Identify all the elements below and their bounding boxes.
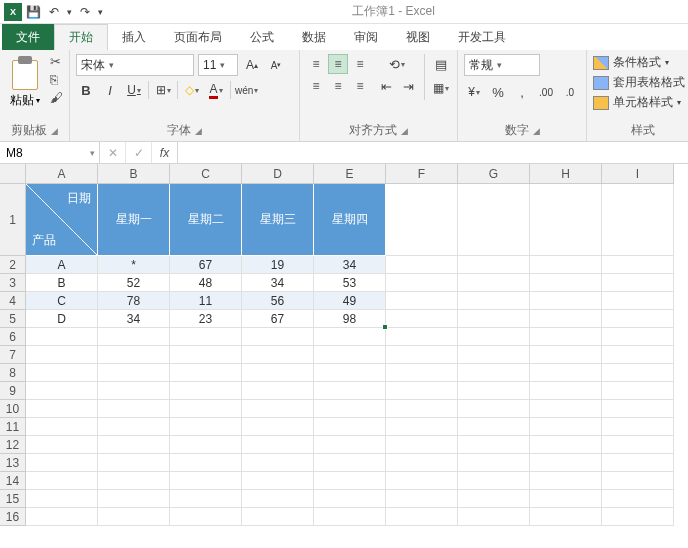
cell[interactable] (530, 364, 602, 382)
cell[interactable] (530, 346, 602, 364)
cell[interactable] (386, 508, 458, 526)
cell[interactable] (314, 346, 386, 364)
formula-input[interactable] (178, 142, 688, 163)
cell[interactable] (530, 454, 602, 472)
cell[interactable] (242, 382, 314, 400)
cell[interactable] (26, 490, 98, 508)
cut-button[interactable]: ✂ (50, 54, 63, 69)
cell[interactable] (530, 292, 602, 310)
cell[interactable]: 53 (314, 274, 386, 292)
cell[interactable]: 星期二 (170, 184, 242, 256)
row-header[interactable]: 10 (0, 400, 26, 418)
cell[interactable] (602, 364, 674, 382)
row-header[interactable]: 3 (0, 274, 26, 292)
cell[interactable] (170, 346, 242, 364)
cell[interactable] (386, 274, 458, 292)
cell[interactable] (602, 418, 674, 436)
cell[interactable]: 34 (242, 274, 314, 292)
cell[interactable]: D (26, 310, 98, 328)
cell[interactable] (602, 382, 674, 400)
cell[interactable] (98, 400, 170, 418)
column-header[interactable]: B (98, 164, 170, 184)
paste-button[interactable]: 粘贴▾ (6, 54, 44, 111)
cell[interactable] (458, 184, 530, 256)
cell[interactable] (530, 184, 602, 256)
cell[interactable] (458, 292, 530, 310)
cell[interactable] (458, 310, 530, 328)
cell[interactable] (602, 328, 674, 346)
number-format-combo[interactable]: 常规▾ (464, 54, 540, 76)
cell[interactable] (170, 400, 242, 418)
decrease-indent-button[interactable]: ⇤ (376, 76, 396, 96)
increase-font-button[interactable]: A▴ (242, 55, 262, 75)
cell[interactable] (386, 382, 458, 400)
phonetic-button[interactable]: wén▾ (235, 80, 258, 100)
row-header[interactable]: 7 (0, 346, 26, 364)
cell[interactable] (602, 256, 674, 274)
cell[interactable]: B (26, 274, 98, 292)
undo-icon[interactable]: ↶ (49, 5, 59, 19)
cell[interactable] (98, 328, 170, 346)
cell[interactable] (242, 472, 314, 490)
cell[interactable] (314, 364, 386, 382)
cell[interactable] (458, 454, 530, 472)
cell[interactable]: 67 (170, 256, 242, 274)
row-header[interactable]: 13 (0, 454, 26, 472)
worksheet[interactable]: ABCDEFGHI 12345678910111213141516 日期产品星期… (0, 164, 688, 548)
cell[interactable] (458, 382, 530, 400)
cell[interactable] (98, 364, 170, 382)
cell[interactable]: C (26, 292, 98, 310)
align-bottom-button[interactable]: ≡ (350, 54, 370, 74)
cell[interactable] (458, 256, 530, 274)
cell[interactable] (170, 508, 242, 526)
name-box[interactable]: M8▾ (0, 142, 100, 163)
cell[interactable] (386, 184, 458, 256)
tab-formulas[interactable]: 公式 (236, 24, 288, 50)
cell[interactable] (386, 454, 458, 472)
cell[interactable] (26, 328, 98, 346)
cell[interactable] (242, 508, 314, 526)
cell[interactable] (26, 400, 98, 418)
tab-file[interactable]: 文件 (2, 24, 54, 50)
tab-page-layout[interactable]: 页面布局 (160, 24, 236, 50)
underline-button[interactable]: U▾ (124, 80, 144, 100)
column-header[interactable]: E (314, 164, 386, 184)
cell[interactable] (386, 472, 458, 490)
row-header[interactable]: 14 (0, 472, 26, 490)
conditional-formatting-button[interactable]: 条件格式▾ (593, 54, 669, 71)
save-icon[interactable]: 💾 (26, 5, 41, 19)
cell[interactable] (26, 364, 98, 382)
cell[interactable] (170, 418, 242, 436)
format-painter-button[interactable]: 🖌 (50, 90, 63, 105)
cell[interactable] (602, 184, 674, 256)
cell[interactable] (242, 400, 314, 418)
increase-decimal-button[interactable]: .00 (536, 82, 556, 102)
cell[interactable] (98, 382, 170, 400)
decrease-font-button[interactable]: A▾ (266, 55, 286, 75)
qat-dropdown-icon[interactable]: ▾ (67, 7, 72, 17)
cell[interactable]: 11 (170, 292, 242, 310)
align-middle-button[interactable]: ≡ (328, 54, 348, 74)
row-header[interactable]: 9 (0, 382, 26, 400)
border-button[interactable]: ⊞▾ (153, 80, 173, 100)
cell[interactable] (314, 328, 386, 346)
cell[interactable] (458, 364, 530, 382)
cell[interactable] (26, 472, 98, 490)
row-header[interactable]: 1 (0, 184, 26, 256)
dialog-launcher-icon[interactable]: ◢ (401, 126, 408, 136)
wrap-text-button[interactable]: ▤ (431, 54, 451, 74)
cell[interactable] (602, 346, 674, 364)
cell[interactable] (530, 490, 602, 508)
enter-formula-button[interactable]: ✓ (126, 142, 152, 163)
merge-center-button[interactable]: ▦▾ (431, 78, 451, 98)
row-header[interactable]: 5 (0, 310, 26, 328)
cell[interactable] (170, 364, 242, 382)
cell[interactable] (530, 328, 602, 346)
row-header[interactable]: 8 (0, 364, 26, 382)
cell[interactable] (530, 436, 602, 454)
cell[interactable] (458, 490, 530, 508)
cell[interactable] (26, 454, 98, 472)
row-header[interactable]: 15 (0, 490, 26, 508)
cell[interactable] (26, 346, 98, 364)
tab-review[interactable]: 审阅 (340, 24, 392, 50)
